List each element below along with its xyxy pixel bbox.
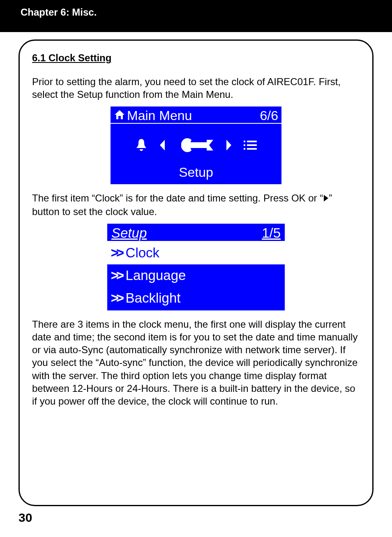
lcd-setup-menu: Setup 1/5 >> Clock >> Language >> Backli… — [107, 224, 285, 310]
lcd1-label: Setup — [111, 165, 281, 180]
wrench-icon — [177, 135, 214, 157]
chevron-icon: >> — [111, 245, 122, 261]
setup-item-backlight: >> Backlight — [107, 287, 285, 310]
right-arrow-icon — [225, 139, 233, 153]
list-icon — [244, 140, 257, 152]
setup-item-language: >> Language — [107, 264, 285, 287]
section-heading: 6.1 Clock Setting — [32, 52, 360, 64]
lcd1-icon-row — [111, 124, 281, 165]
lcd1-titlebar: Main Menu 6/6 — [111, 106, 281, 124]
svg-rect-0 — [189, 142, 209, 148]
lcd2-titlebar: Setup 1/5 — [107, 224, 285, 242]
svg-rect-1 — [244, 141, 245, 142]
svg-rect-5 — [244, 148, 245, 150]
chevron-icon: >> — [111, 268, 122, 283]
middle-paragraph: The first item “Clock” is for the date a… — [32, 192, 360, 218]
triangle-right-icon — [323, 192, 329, 205]
lcd2-title: Setup — [111, 225, 262, 241]
chapter-header: Chapter 6: Misc. — [0, 0, 392, 32]
detail-paragraph: There are 3 items in the clock menu, the… — [32, 318, 360, 407]
setup-item-clock: >> Clock — [107, 242, 285, 264]
svg-rect-4 — [247, 144, 257, 146]
lcd-main-menu: Main Menu 6/6 — [111, 106, 281, 184]
chapter-title: Chapter 6: Misc. — [21, 7, 371, 18]
intro-paragraph: Prior to setting the alarm, you need to … — [32, 75, 360, 101]
content-panel: 6.1 Clock Setting Prior to setting the a… — [18, 39, 374, 506]
lcd1-title: Main Menu — [125, 108, 260, 123]
bell-icon — [135, 138, 148, 154]
left-arrow-icon — [158, 139, 166, 153]
chevron-icon: >> — [111, 290, 122, 306]
lcd2-count: 1/5 — [262, 225, 281, 241]
lcd1-count: 6/6 — [260, 108, 278, 123]
svg-rect-6 — [247, 148, 257, 150]
svg-rect-3 — [244, 144, 245, 146]
home-icon — [114, 108, 125, 123]
svg-rect-2 — [247, 141, 257, 142]
page-number: 30 — [18, 511, 32, 525]
